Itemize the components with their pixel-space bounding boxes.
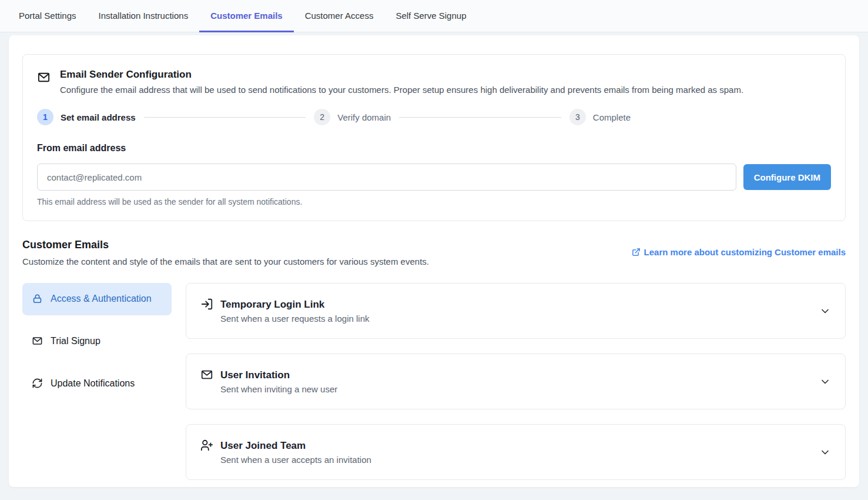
template-card-user-invitation[interactable]: User Invitation Sent when inviting a new… [186, 354, 846, 409]
learn-more-label: Learn more about customizing Customer em… [644, 247, 846, 257]
template-card-temporary-login-link[interactable]: Temporary Login Link Sent when a user re… [186, 283, 846, 339]
template-title: User Invitation [220, 369, 812, 381]
customer-emails-panel: Email Sender Configuration Configure the… [9, 35, 859, 487]
from-email-row: Configure DKIM [37, 164, 831, 191]
email-sender-configuration-card: Email Sender Configuration Configure the… [22, 54, 846, 221]
user-plus-icon [200, 439, 213, 452]
sidebar-item-access-authentication[interactable]: Access & Authentication [22, 283, 172, 315]
sidebar-item-trial-signup[interactable]: Trial Signup [22, 325, 172, 358]
mail-icon [200, 368, 213, 381]
external-link-icon [632, 248, 641, 256]
log-in-icon [200, 298, 213, 311]
customer-emails-section-header: Customer Emails Customize the content an… [22, 239, 846, 266]
chevron-down-icon[interactable] [819, 446, 831, 458]
step-1-number: 1 [37, 109, 53, 125]
email-categories-sidebar: Access & Authentication Trial Signup Upd… [22, 283, 172, 495]
step-connector [144, 117, 306, 118]
tab-portal-settings[interactable]: Portal Settings [8, 0, 88, 32]
tab-installation-instructions[interactable]: Installation Instructions [88, 0, 200, 32]
customer-emails-content: Access & Authentication Trial Signup Upd… [22, 283, 846, 495]
step-verify-domain: 2 Verify domain [314, 109, 391, 125]
template-subtitle: Sent when a user requests a login link [220, 314, 812, 324]
step-set-email-address: 1 Set email address [37, 109, 136, 125]
sidebar-item-label: Trial Signup [51, 334, 100, 349]
settings-tab-bar: Portal Settings Installation Instruction… [0, 0, 868, 32]
tab-customer-emails[interactable]: Customer Emails [199, 0, 294, 32]
lock-icon [32, 293, 43, 304]
step-2-label: Verify domain [337, 112, 391, 122]
step-complete: 3 Complete [569, 109, 631, 125]
tab-self-serve-signup[interactable]: Self Serve Signup [384, 0, 477, 32]
template-card-text: User Invitation Sent when inviting a new… [220, 369, 812, 394]
email-setup-stepper: 1 Set email address 2 Verify domain 3 Co… [37, 109, 631, 125]
step-2-number: 2 [314, 109, 330, 125]
template-card-user-joined-team[interactable]: User Joined Team Sent when a user accept… [186, 424, 846, 480]
step-1-label: Set email address [61, 112, 136, 122]
mail-icon [37, 71, 51, 95]
tab-customer-access[interactable]: Customer Access [294, 0, 385, 32]
from-email-input[interactable] [37, 164, 736, 191]
template-card-text: User Joined Team Sent when a user accept… [220, 440, 812, 465]
template-card-text: Temporary Login Link Sent when a user re… [220, 299, 812, 324]
learn-more-link[interactable]: Learn more about customizing Customer em… [632, 247, 846, 257]
customer-emails-heading-block: Customer Emails Customize the content an… [22, 239, 429, 266]
step-connector [399, 117, 561, 118]
sidebar-item-label: Access & Authentication [51, 292, 152, 306]
refresh-icon [32, 378, 43, 389]
step-3-number: 3 [569, 109, 586, 125]
sidebar-item-update-notifications[interactable]: Update Notifications [22, 368, 172, 400]
step-3-label: Complete [593, 112, 631, 122]
template-title: User Joined Team [220, 440, 812, 452]
email-sender-description: Configure the email address that will be… [60, 85, 743, 95]
sidebar-item-label: Update Notifications [51, 376, 135, 391]
customer-emails-description: Customize the content and style of the e… [22, 256, 429, 266]
email-sender-header-text: Email Sender Configuration Configure the… [60, 69, 743, 95]
customer-emails-title: Customer Emails [22, 239, 429, 251]
configure-dkim-button[interactable]: Configure DKIM [743, 164, 831, 190]
template-subtitle: Sent when a user accepts an invitation [220, 455, 812, 465]
email-sender-title: Email Sender Configuration [60, 69, 743, 81]
mail-icon [32, 335, 43, 346]
email-template-list: Temporary Login Link Sent when a user re… [186, 283, 846, 495]
template-title: Temporary Login Link [220, 299, 812, 311]
chevron-down-icon[interactable] [819, 376, 831, 388]
email-sender-header: Email Sender Configuration Configure the… [37, 69, 831, 95]
from-email-helper-text: This email address will be used as the s… [37, 197, 831, 206]
from-email-label: From email address [37, 143, 831, 154]
template-subtitle: Sent when inviting a new user [220, 384, 812, 394]
chevron-down-icon[interactable] [819, 305, 831, 317]
